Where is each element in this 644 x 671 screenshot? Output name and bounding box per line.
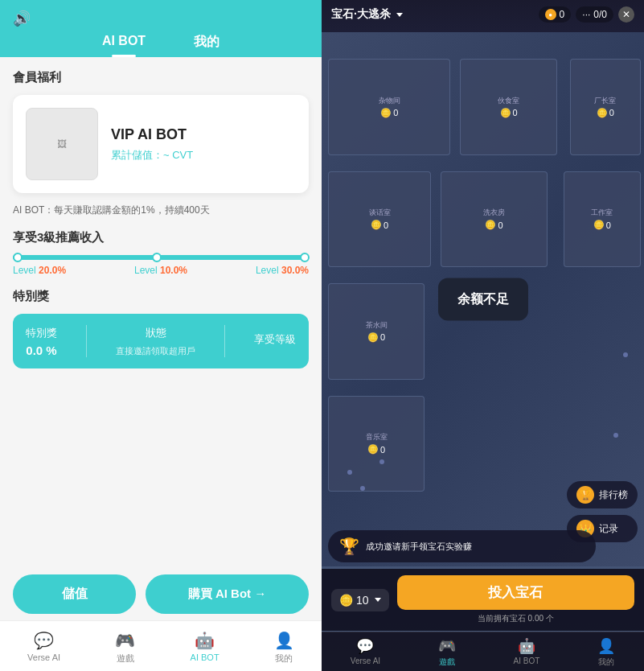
room-junk-label: 杂物间 [379, 96, 400, 106]
reward-card: 特別獎 0.0 % 狀態 直接邀請領取超用戶 享受等級 [13, 314, 309, 368]
reward-item-2: 狀態 直接邀請領取超用戶 [116, 326, 195, 357]
coin-invest-chevron [375, 598, 381, 602]
left-nav: 💬 Verse AI 🎮 遊戲 🤖 AI BOT 👤 我的 [0, 620, 322, 671]
room-junk: 杂物间 🪙0 [328, 59, 450, 155]
leaderboard-label: 排行榜 [599, 488, 628, 502]
gems-value: 0/0 [593, 9, 607, 20]
referral-progress-bar [13, 255, 309, 260]
nav-label-verse-ai: Verse AI [27, 652, 60, 662]
reward-label-2: 狀態 [146, 326, 166, 340]
trophy-icon: 🏆 [339, 537, 359, 556]
game-title-chevron [396, 13, 403, 17]
game-close-button[interactable]: ✕ [618, 6, 634, 23]
room-interview-label: 谈话室 [369, 208, 391, 218]
deposit-button[interactable]: 儲值 [13, 574, 136, 614]
reward-item-1: 特別獎 0.0 % [26, 326, 57, 357]
section-title-referral: 享受3級推薦收入 [13, 230, 309, 245]
buy-aibot-button[interactable]: 購買 AI Bot → [146, 574, 309, 614]
room-music-content: 🪙0 [367, 444, 385, 455]
header-tabs: AI BOT 我的 [13, 34, 309, 57]
game-nav-games-icon: 🎮 [438, 637, 456, 655]
tab-aibot[interactable]: AI BOT [102, 34, 146, 57]
room-laundry-content: 🪙0 [485, 220, 502, 230]
reward-label-3: 享受等級 [254, 332, 296, 347]
nav-item-mine[interactable]: 👤 我的 [265, 628, 304, 668]
vip-info: VIP AI BOT 累計儲值：~ CVT [111, 126, 193, 163]
game-nav-verse-label: Verse AI [351, 657, 380, 665]
invest-btn-area: 投入宝石 当前拥有宝石 0.00 个 [397, 575, 634, 624]
games-icon: 🎮 [115, 631, 135, 650]
referral-labels: Level 20.0% Level 10.0% Level 30.0% [13, 265, 309, 276]
section-title-member: 會員福利 [13, 70, 309, 85]
referral-label-2: Level 10.0% [134, 265, 187, 276]
game-alert-modal: 余额不足 [438, 278, 528, 321]
game-nav-aibot-label: AI BOT [514, 657, 540, 665]
game-nav-mine[interactable]: 👤 我的 [597, 637, 615, 668]
leaderboard-icon: 🏆 [576, 486, 594, 504]
vip-card: 🖼 VIP AI BOT 累計儲值：~ CVT [13, 95, 309, 193]
room-workshop-content: 🪙0 [593, 220, 611, 230]
room-tea: 茶水间 🪙0 [328, 283, 425, 380]
game-nav-verse-ai[interactable]: 💬 Verse AI [351, 637, 380, 668]
section-title-special: 特別獎 [13, 289, 309, 304]
mine-icon: 👤 [274, 631, 294, 650]
invest-coin-amount: 🪙 10 [331, 589, 389, 611]
game-nav-games[interactable]: 🎮 遊戲 [438, 637, 456, 668]
room-food: 伙食室 🪙0 [460, 59, 556, 155]
vip-image: 🖼 [26, 108, 98, 180]
room-food-label: 伙食室 [498, 96, 519, 106]
referral-dot-1 [13, 253, 23, 262]
vip-image-placeholder: 🖼 [57, 138, 67, 150]
ai-bot-description: AI BOT：每天賺取認購金額的1%，持續400天 [13, 203, 309, 217]
coin-invest-value: 10 [356, 594, 369, 607]
game-background: 宝石·大逃杀 ● 0 ··· 0/0 ✕ 杂物间 🪙0 [322, 0, 644, 671]
left-header-top: 🔊 [13, 10, 309, 34]
tab-mine[interactable]: 我的 [194, 34, 219, 57]
leaderboard-button[interactable]: 🏆 排行榜 [567, 481, 638, 508]
reward-label-1: 特別獎 [26, 326, 57, 340]
game-nav-aibot[interactable]: 🤖 AI BOT [514, 637, 540, 668]
room-music: 音乐室 🪙0 [328, 396, 425, 492]
gems-label: ··· [582, 9, 590, 20]
reward-divider-1 [86, 325, 87, 357]
room-manager-content: 🪙0 [597, 108, 614, 118]
aibot-icon: 🤖 [195, 631, 215, 650]
room-music-label: 音乐室 [366, 432, 388, 443]
room-laundry-label: 洗衣房 [483, 208, 505, 218]
game-invest-bar: 🪙 10 投入宝石 当前拥有宝石 0.00 个 [322, 569, 644, 631]
deco-dot-4 [613, 433, 618, 438]
nav-label-games: 遊戲 [117, 652, 134, 665]
nav-item-games[interactable]: 🎮 遊戲 [105, 628, 145, 668]
room-tea-content: 🪙0 [367, 332, 385, 343]
referral-dot-3 [300, 253, 310, 262]
reward-divider-2 [224, 325, 225, 357]
room-laundry: 洗衣房 🪙0 [441, 171, 547, 268]
reward-item-3: 享受等級 [254, 332, 296, 350]
special-reward-section: 特別獎 特別獎 0.0 % 狀態 直接邀請領取超用戶 享受等級 [13, 289, 309, 368]
game-nav-aibot-icon: 🤖 [518, 637, 535, 655]
coin-badge-right: ··· 0/0 [576, 6, 613, 23]
room-workshop-label: 工作室 [591, 208, 613, 218]
referral-label-1: Level 20.0% [13, 265, 66, 276]
referral-dot-2 [152, 253, 162, 262]
deco-dot-5 [623, 352, 628, 357]
room-interview-content: 🪙0 [371, 220, 388, 230]
room-workshop: 工作室 🪙0 [564, 171, 641, 268]
referral-section: 享受3級推薦收入 Level 20.0% Level 10.0% Level 3… [13, 230, 309, 276]
room-manager-label: 厂长室 [594, 96, 616, 106]
game-nav-mine-label: 我的 [598, 657, 614, 668]
game-nav-mine-icon: 👤 [597, 637, 615, 655]
verse-ai-icon: 💬 [34, 631, 54, 650]
room-manager: 厂长室 🪙0 [570, 59, 641, 155]
records-label: 记录 [599, 522, 618, 536]
coin-amount: 0 [560, 9, 565, 20]
coin-badge-left: ● 0 [539, 6, 572, 23]
bottom-buttons: 儲值 購買 AI Bot → [0, 565, 322, 620]
nav-item-verse-ai[interactable]: 💬 Verse AI [18, 628, 70, 668]
invest-button[interactable]: 投入宝石 [397, 575, 634, 610]
coin-icon-left: ● [545, 9, 556, 20]
left-panel: 🔊 AI BOT 我的 會員福利 🖼 VIP AI BOT 累計儲值：~ CVT… [0, 0, 322, 671]
nav-item-aibot[interactable]: 🤖 AI BOT [181, 628, 229, 668]
trophy-notification: 🏆 成功邀请新手领宝石实验赚 [328, 530, 596, 562]
vip-title: VIP AI BOT [111, 126, 193, 143]
